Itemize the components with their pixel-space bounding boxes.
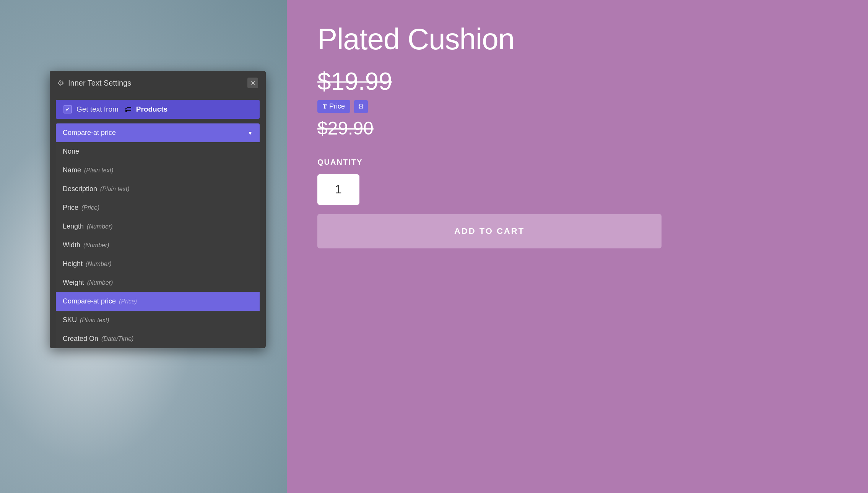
dropdown-selected-text: Compare-at price	[63, 129, 116, 137]
list-item[interactable]: None	[56, 142, 260, 161]
list-item[interactable]: Length(Number)	[56, 217, 260, 236]
list-item[interactable]: Name(Plain text)	[56, 161, 260, 180]
list-item[interactable]: Description(Plain text)	[56, 180, 260, 198]
quantity-input[interactable]: 1	[317, 174, 359, 205]
item-label: Description	[63, 185, 97, 193]
item-label: Length	[63, 222, 84, 230]
settings-modal: ⚙ Inner Text Settings ✕ ✓ Get text from …	[50, 71, 266, 348]
item-label: None	[63, 148, 79, 156]
product-title: Plated Cushion	[317, 23, 837, 56]
list-item[interactable]: Weight(Number)	[56, 273, 260, 292]
item-label: Compare-at price	[63, 297, 116, 305]
gear-icon: ⚙	[358, 103, 364, 110]
item-type: (Plain text)	[84, 167, 113, 174]
item-label: Price	[63, 204, 78, 212]
item-label: Width	[63, 241, 80, 249]
price-section: $19.99 𝐓 Price ⚙ $29.90	[317, 67, 837, 139]
quantity-section: QUANTITY 1 ADD TO CART	[317, 158, 837, 248]
checkmark-icon: ✓	[65, 106, 70, 112]
dropdown-selected[interactable]: Compare-at price ▼	[56, 123, 260, 142]
list-item[interactable]: Height(Number)	[56, 255, 260, 273]
modal-title: Inner Text Settings	[68, 79, 131, 88]
list-item[interactable]: SKU(Plain text)	[56, 311, 260, 329]
modal-header: ⚙ Inner Text Settings ✕	[50, 71, 266, 95]
get-text-row[interactable]: ✓ Get text from 🏷 Products	[56, 100, 260, 119]
item-label: Name	[63, 166, 81, 174]
field-dropdown-container: Compare-at price ▼ NoneName(Plain text)D…	[56, 123, 260, 348]
right-panel: Plated Cushion $19.99 𝐓 Price ⚙ $29.90 Q…	[287, 0, 868, 493]
item-label: Created On	[63, 335, 98, 343]
price-badge-row: 𝐓 Price ⚙	[317, 100, 837, 113]
list-item[interactable]: Price(Price)	[56, 198, 260, 217]
get-text-label: Get text from	[76, 105, 119, 114]
chevron-down-icon: ▼	[247, 130, 253, 136]
item-type: (Number)	[87, 223, 113, 230]
list-item[interactable]: Compare-at price(Price)	[56, 292, 260, 311]
price-gear-button[interactable]: ⚙	[354, 100, 368, 113]
add-to-cart-button[interactable]: ADD TO CART	[317, 214, 662, 248]
item-label: Weight	[63, 279, 84, 287]
close-icon: ✕	[250, 79, 255, 87]
product-price: $19.99	[317, 67, 837, 96]
checkbox[interactable]: ✓	[63, 105, 72, 114]
item-label: Height	[63, 260, 83, 268]
modal-close-button[interactable]: ✕	[247, 78, 258, 88]
item-type: (Price)	[81, 204, 99, 211]
item-type: (Number)	[86, 261, 112, 268]
products-label: Products	[136, 105, 167, 114]
price-badge[interactable]: 𝐓 Price	[317, 100, 350, 113]
quantity-label: QUANTITY	[317, 158, 837, 167]
item-type: (Plain text)	[80, 317, 109, 324]
item-type: (Number)	[83, 242, 109, 249]
dropdown-list: NoneName(Plain text)Description(Plain te…	[56, 142, 260, 348]
quantity-value: 1	[335, 182, 342, 196]
left-panel: ⚙ Inner Text Settings ✕ ✓ Get text from …	[0, 0, 287, 493]
item-type: (Date/Time)	[101, 336, 133, 342]
list-item[interactable]: Width(Number)	[56, 236, 260, 255]
products-icon: 🏷	[125, 105, 132, 114]
item-type: (Number)	[87, 279, 113, 286]
item-type: (Plain text)	[100, 186, 129, 193]
price-badge-label: Price	[329, 102, 345, 110]
gear-icon: ⚙	[57, 78, 64, 88]
item-label: SKU	[63, 316, 77, 324]
compare-at-price: $29.90	[317, 118, 837, 139]
text-icon: 𝐓	[323, 103, 327, 110]
list-item[interactable]: Created On(Date/Time)	[56, 329, 260, 348]
item-type: (Price)	[119, 298, 137, 305]
modal-title-row: ⚙ Inner Text Settings	[57, 78, 131, 88]
